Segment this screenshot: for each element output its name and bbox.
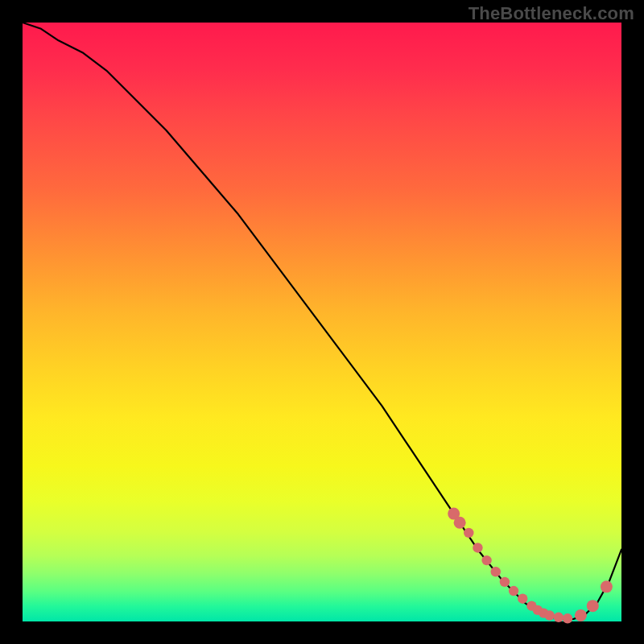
- trough-dots-group: [448, 508, 613, 624]
- trough-dot: [518, 594, 527, 604]
- trough-dot: [587, 600, 599, 612]
- trough-dot: [601, 580, 613, 592]
- trough-dot: [464, 528, 473, 538]
- trough-dot: [563, 613, 572, 623]
- trough-dot: [545, 610, 555, 620]
- chart-frame: TheBottleneck.com: [0, 0, 644, 644]
- trough-dot: [481, 555, 491, 565]
- trough-dot: [500, 577, 510, 587]
- chart-svg: [23, 23, 621, 621]
- trough-dot: [454, 517, 466, 529]
- watermark-text: TheBottleneck.com: [469, 3, 634, 24]
- trough-dot: [575, 609, 587, 621]
- trough-dot: [554, 613, 564, 622]
- plot-area: [23, 23, 621, 621]
- trough-dot: [473, 543, 482, 552]
- trough-dot: [509, 586, 518, 596]
- bottleneck-curve: [23, 23, 621, 619]
- trough-dot: [491, 567, 501, 576]
